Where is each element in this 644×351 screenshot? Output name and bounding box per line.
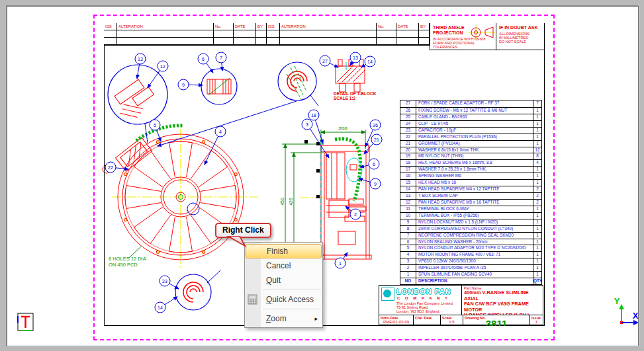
alteration-cell [117,30,214,38]
scale-cell: Scale 1:5 [441,315,463,326]
ucs-x-label: X [633,311,638,321]
parts-list-row: 16SPRING WASHER M61 [400,173,541,179]
ucs-icon: Y X [614,296,638,325]
projection-box: THIRD ANGLE PROJECTION IN ACCORDANCE WIT… [430,23,496,50]
alteration-header: BY [419,23,430,30]
parts-list-row: 820mm CORRUGATED NYLON CONDUIT (L=340)1 [400,225,541,232]
alteration-cell [104,38,117,45]
alteration-header: ALTERATION [117,23,214,30]
part-name-cell: Part Name 400mm V-RANGE SLIMLINE AXIAL F… [462,286,543,315]
alteration-cell [396,38,419,45]
alteration-cell [419,38,430,45]
title-block: LONDON FAN C O M P A N Y The London Fan … [379,285,543,325]
ucs-y-label: Y [614,296,620,306]
initials-date-cell: Initls.Date RME/01-03-99 [379,315,414,326]
alteration-cell [104,30,117,38]
menu-separator [263,290,321,290]
parts-list-row: 5NYLON CONDUIT ADAPTOR M20 TYPE D NC20/M… [400,245,541,251]
parts-list-row: 25CABLE GLAND - BN19651 [400,114,541,120]
parts-list-row: 3VP63G 0.12kW 240/1/50/13001 [400,258,541,264]
parts-list-table: 27FORK / SPADE CABLE ADAPTOR - RF 37726F… [400,100,542,285]
parts-list-header-row: NODESCRIPTIONQTY [400,278,541,284]
alteration-cell [377,30,396,38]
tooltip-tail [226,236,248,248]
alteration-cell [280,30,377,38]
parts-list-row: 10TERMINAL BOX - IP55 (PB256)1 [400,212,541,219]
submenu-arrow-icon: ▸ [314,311,318,326]
alteration-cell [267,38,280,45]
alteration-cell [396,30,419,38]
parts-list-row: 4MOTOR MOUNTING FRAME 400 / V63: 711 [400,251,541,258]
parts-list-row: 22PARALLEL PROTECTION PLUG (P1536)1 [400,134,541,140]
parts-list-row: 7NEOPRENE COMPRESSION RING SEAL SKM201 [400,232,541,239]
menu-item-zoom[interactable]: Zoom▸ [245,311,322,326]
calculator-icon [248,294,258,305]
alteration-cell [214,30,234,38]
parts-list-row: 21GROMMET (PV104A)1 [400,140,541,147]
parts-list-row: 18HEX. HEAD SCREWS M6 x 16mm, 8.84 [400,159,541,166]
parts-list-row: 11TERMINAL BLOCK 6-WAY1 [400,206,541,212]
alteration-cell [419,30,430,38]
alteration-cell [377,38,396,45]
menu-item-quit[interactable]: Quit [245,273,322,288]
parts-list-row: 13T-BOX SCREW CAP2 [400,192,541,199]
alteration-header: ISS [267,23,280,30]
parts-list-row: 17WASHER 7.0 x 25.25 x 1.5mm THK.1 [400,166,541,173]
alteration-cell [117,38,214,45]
parts-list-row: 15HEX HEAD M6 x 161 [400,179,541,186]
doubt-title: IF IN DOUBT ASK [496,23,544,30]
parts-list-row: 20WASHER 6.8x15.8x1.0mm THK.12 [400,147,541,153]
menu-item-cancel[interactable]: Cancel [245,258,322,273]
parts-list-row: 27FORK / SPADE CABLE ADAPTOR - RF 377 [400,100,541,107]
parts-list-row: 24CLIP - LS 97/451 [400,120,541,127]
parts-list-row: 12PAN HEAD SUPADRIVE M5 x 16 TAPTITE2 [400,199,541,206]
alteration-header: ISS [104,23,117,30]
doubt-box: IF IN DOUBT ASK ALL DIMENSIONS IN MILLIM… [496,23,544,50]
cad-viewport[interactable]: DETAIL OF T-BLOCK SCALE 1:2 [7,6,639,346]
drawing-number: 3811 [463,320,529,326]
alteration-cell [256,38,267,45]
alteration-header: ALTERATION [280,23,377,30]
logo-icon [381,288,394,301]
block-icon [18,313,33,331]
company-logo: LONDON FAN C O M P A N Y The London Fan … [379,286,462,315]
parts-list-row: 6NYLON SEALING WASHER - 20mm1 [400,239,541,245]
parts-list-row: 1SPUN SLIMLINE FAN CASING SCV401 [400,271,541,278]
menu-item-quick-access[interactable]: Quick Access [245,292,322,307]
alteration-cell [256,30,267,38]
alteration-header: DATE [396,23,419,30]
alteration-header: No. [377,23,396,30]
drawing-number-cell: Drawing No. 3811 [463,315,530,326]
part-name: 400mm V-RANGE SLIMLINE AXIAL FAN C/W BCP… [462,290,543,315]
alteration-cell [234,38,256,45]
parts-list-row: 14PAN HEAD SUPADRIVE M4 x 12 TAPTITE2 [400,186,541,192]
alteration-cell [234,30,256,38]
issue-cell: Issue 1 [530,315,543,326]
alteration-cell [214,38,234,45]
alteration-header: DATE [234,23,256,30]
alteration-header: BY [256,23,267,30]
alteration-header: No. [214,23,234,30]
parts-list-row: 19M6 NYLOC NUT (THIN)8 [400,153,541,159]
company-address: The London Fan Company Limited. 75-81 St… [396,301,453,313]
alteration-table: ISSALTERATIONNo.DATEBYISSALTERATIONNo.DA… [104,23,430,46]
context-menu: FinishCancelQuitQuick AccessZoom▸ [244,242,323,328]
right-click-tooltip: Right Click [215,223,271,238]
check-date-cell: Chk. Date [414,315,441,326]
third-angle-symbol [467,25,495,40]
alteration-cell [267,30,280,38]
menu-item-finish[interactable]: Finish [246,244,322,258]
parts-list-row: 23CAPACITOR - 10µF1 [400,127,541,134]
parts-list-row: 2IMPELLER 397/140/6B/ PLAN A /251 [400,264,541,271]
alteration-cell [280,38,377,45]
menu-separator [263,309,321,309]
parts-list-row: 9NYLON LOCKNUT M20 x 1.5 (LNP / M20)1 [400,219,541,225]
parts-list-row: 26FIXING SCREW - M6 x 12 TAPTITE & M6 NU… [400,107,541,114]
